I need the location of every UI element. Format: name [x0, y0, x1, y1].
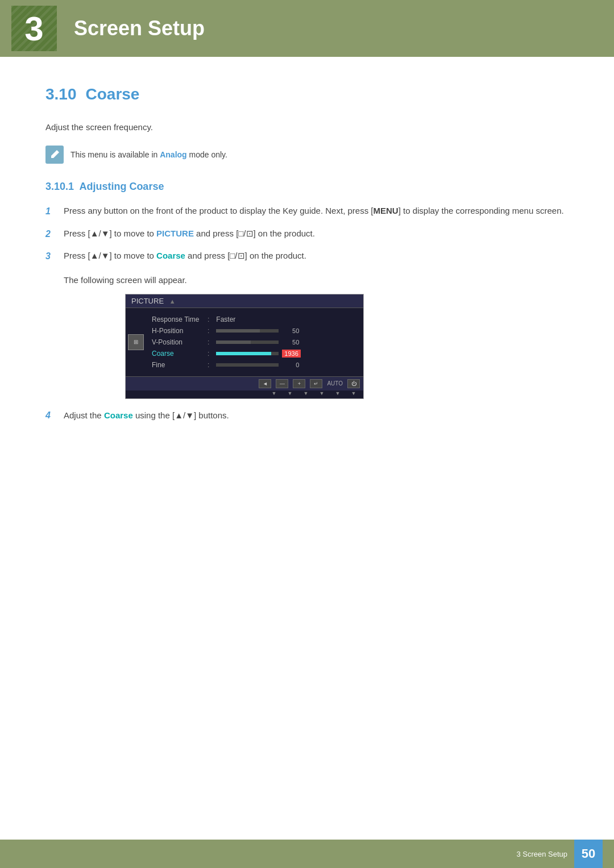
- monitor-title: PICTURE: [131, 297, 164, 305]
- note-text: This menu is available in Analog mode on…: [70, 146, 227, 161]
- section-heading: 3.10 Coarse: [45, 85, 569, 103]
- step-3: 3 Press [▲/▼] to move to Coarse and pres…: [45, 249, 569, 264]
- monitor-screenshot: PICTURE ▲ ⊞ Response Time : Faster H-Pos…: [125, 294, 364, 399]
- monitor-sidebar: ⊞: [126, 312, 146, 373]
- btn-plus: +: [293, 379, 305, 388]
- menu-item-coarse: Coarse : 1936: [152, 348, 358, 359]
- footer-page-number: 50: [574, 840, 603, 868]
- monitor-menu: Response Time : Faster H-Position : 50: [146, 312, 363, 373]
- steps-list: 1 Press any button on the front of the p…: [45, 204, 569, 264]
- step-3-text: Press [▲/▼] to move to Coarse and press …: [64, 249, 569, 263]
- monitor-sidebar-icon: ⊞: [128, 334, 144, 350]
- following-text: The following screen will appear.: [64, 275, 569, 285]
- pencil-icon: [49, 149, 60, 160]
- menu-item-h-position: H-Position : 50: [152, 325, 358, 337]
- header-banner: 3 Screen Setup: [0, 0, 614, 57]
- step-4: 4 Adjust the Coarse using the [▲/▼] butt…: [45, 410, 569, 421]
- step-4-text: Adjust the Coarse using the [▲/▼] button…: [64, 410, 569, 420]
- step-4-num: 4: [45, 410, 57, 421]
- monitor-title-bar: PICTURE ▲: [126, 294, 363, 308]
- btn-minus: —: [276, 379, 288, 388]
- btn-power: ⏻: [347, 379, 360, 388]
- footer-text: 3 Screen Setup: [516, 850, 567, 858]
- section-title: Coarse: [86, 85, 140, 103]
- content-area: 3.10 Coarse Adjust the screen frequency.…: [0, 57, 614, 466]
- monitor-arrow-row: ▼ ▼ ▼ ▼ ▼ ▼: [126, 391, 363, 398]
- btn-auto-label: AUTO: [327, 380, 343, 387]
- step-2-num: 2: [45, 227, 57, 242]
- step-1: 1 Press any button on the front of the p…: [45, 204, 569, 219]
- subsection-heading: 3.10.1 Adjusting Coarse: [45, 181, 569, 193]
- menu-item-response-time: Response Time : Faster: [152, 314, 358, 325]
- menu-item-v-position: V-Position : 50: [152, 337, 358, 348]
- monitor-bottom-buttons: ◄ — + ↵ AUTO ⏻: [126, 376, 363, 391]
- page-footer: 3 Screen Setup 50: [0, 840, 614, 868]
- step-1-num: 1: [45, 204, 57, 219]
- btn-left: ◄: [259, 379, 271, 388]
- menu-item-fine: Fine : 0: [152, 359, 358, 371]
- header-number-box: 3: [11, 6, 57, 51]
- header-number: 3: [24, 9, 43, 48]
- monitor-body: ⊞ Response Time : Faster H-Position :: [126, 308, 363, 376]
- note-box: This menu is available in Analog mode on…: [45, 146, 569, 164]
- section-number: 3.10: [45, 85, 77, 103]
- section-description: Adjust the screen frequency.: [45, 121, 569, 134]
- btn-enter: ↵: [310, 379, 322, 388]
- step-2: 2 Press [▲/▼] to move to PICTURE and pre…: [45, 227, 569, 242]
- step-2-text: Press [▲/▼] to move to PICTURE and press…: [64, 227, 569, 240]
- header-title: Screen Setup: [74, 16, 205, 40]
- step-1-text: Press any button on the front of the pro…: [64, 204, 569, 218]
- step-3-num: 3: [45, 249, 57, 264]
- note-icon: [45, 146, 64, 164]
